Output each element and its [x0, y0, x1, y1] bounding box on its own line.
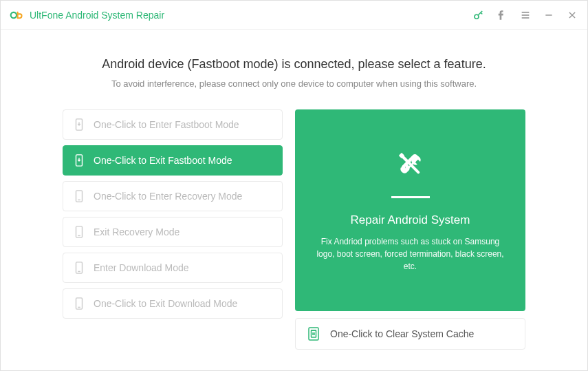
titlebar-controls	[472, 8, 579, 22]
page-subheading: To avoid interference, please connect on…	[63, 78, 525, 89]
menu-icon[interactable]	[519, 8, 532, 22]
app-title: UltFone Android System Repair	[30, 10, 164, 21]
close-button[interactable]	[565, 8, 579, 22]
main-content: Android device (Fastboot mode) is connec…	[1, 30, 587, 370]
option-exit-fastboot[interactable]: One-Click to Exit Fastboot Mode	[63, 145, 283, 176]
repair-description: Fix Andriod problems such as stuck on Sa…	[316, 235, 505, 273]
app-window: UltFone Android System Repair	[0, 0, 588, 371]
repair-system-card[interactable]: Repair Android System Fix Andriod proble…	[295, 109, 525, 311]
svg-rect-21	[312, 330, 316, 337]
minimize-button[interactable]	[542, 8, 556, 22]
svg-rect-20	[309, 328, 318, 340]
option-enter-fastboot[interactable]: One-Click to Enter Fastboot Mode	[63, 109, 283, 140]
right-panel: Repair Android System Fix Andriod proble…	[295, 109, 525, 350]
option-label: One-Click to Exit Fastboot Mode	[94, 155, 232, 166]
option-exit-recovery[interactable]: Exit Recovery Mode	[63, 217, 283, 247]
options-panel: One-Click to Enter Fastboot Mode One-Cli…	[63, 109, 283, 350]
phone-icon	[73, 262, 85, 274]
trash-icon	[307, 327, 320, 341]
option-enter-download[interactable]: Enter Download Mode	[63, 253, 283, 283]
titlebar: UltFone Android System Repair	[1, 1, 587, 30]
phone-icon	[73, 190, 85, 202]
svg-point-0	[11, 12, 17, 17]
option-label: One-Click to Enter Fastboot Mode	[94, 119, 239, 130]
option-label: Exit Recovery Mode	[94, 226, 179, 237]
app-logo-icon	[9, 8, 24, 23]
phone-icon	[73, 226, 85, 238]
phone-icon	[73, 297, 85, 310]
option-label: Enter Download Mode	[94, 262, 189, 273]
facebook-icon[interactable]	[495, 8, 509, 22]
phone-down-icon	[73, 118, 85, 131]
key-icon[interactable]	[472, 8, 486, 22]
option-enter-recovery[interactable]: One-Click to Enter Recovery Mode	[63, 181, 283, 211]
repair-title: Repair Android System	[351, 213, 470, 227]
option-exit-download[interactable]: One-Click to Exit Download Mode	[63, 288, 283, 319]
cache-label: One-Click to Clear System Cache	[330, 328, 474, 339]
page-heading: Android device (Fastboot mode) is connec…	[63, 57, 525, 72]
option-label: One-Click to Enter Recovery Mode	[94, 191, 242, 202]
panels: One-Click to Enter Fastboot Mode One-Cli…	[63, 109, 525, 350]
phone-down-icon	[73, 154, 85, 167]
tools-icon	[394, 148, 427, 184]
svg-point-1	[475, 14, 479, 19]
divider	[391, 196, 430, 198]
option-label: One-Click to Exit Download Mode	[94, 298, 237, 309]
clear-cache-button[interactable]: One-Click to Clear System Cache	[295, 318, 525, 350]
